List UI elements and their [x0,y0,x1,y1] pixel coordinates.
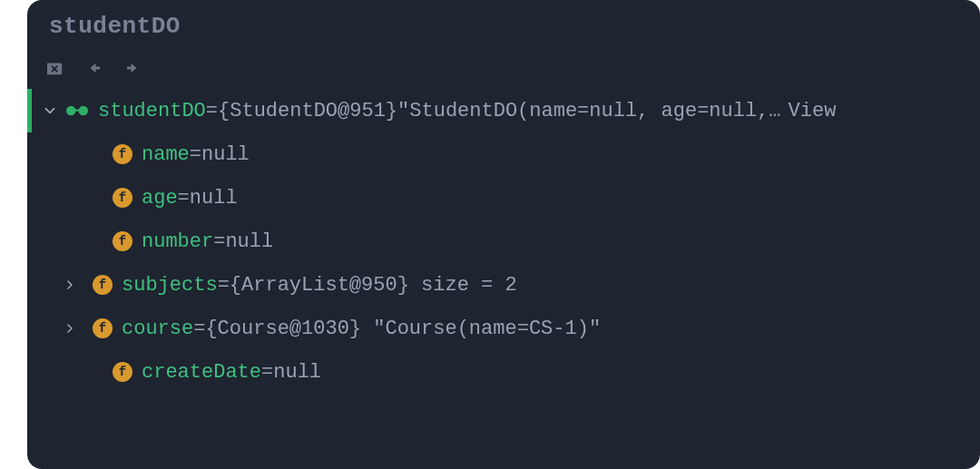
field-name: number [142,230,213,253]
debug-variables-panel: studentDO [27,0,980,469]
field-value: null [225,230,273,253]
field-name: name [142,143,190,166]
field-value: null [190,187,238,210]
panel-title: studentDO [49,13,181,40]
tree-field-row[interactable]: f course = {Course@1030} "Course(name=CS… [27,307,980,350]
tree-field-row[interactable]: f age = null [27,176,980,220]
field-icon: f [113,231,132,251]
root-object-ref: {StudentDO@951} [218,100,397,122]
tree-field-row[interactable]: f number = null [27,220,980,263]
field-name: course [122,318,193,340]
root-var-name: studentDO [98,100,206,122]
close-icon[interactable] [45,60,65,76]
chevron-right-icon[interactable] [60,278,80,291]
tree-field-row[interactable]: f createDate = null [27,350,980,394]
field-icon: f [113,362,132,382]
field-name: subjects [122,274,218,297]
debug-toolbar [27,45,980,89]
view-link[interactable]: View [789,100,837,122]
chevron-right-icon[interactable] [60,322,80,335]
field-icon: f [113,144,132,164]
svg-point-1 [79,106,89,116]
chevron-down-icon[interactable] [40,104,60,117]
field-icon: f [113,188,132,208]
tree-field-row[interactable]: f name = null [27,132,980,176]
tree-field-row[interactable]: f subjects = {ArrayList@950} size = 2 [27,263,980,307]
field-value: {ArrayList@950} size = 2 [230,274,517,297]
svg-rect-2 [75,110,80,112]
field-name: age [142,187,178,210]
back-arrow-icon[interactable] [85,60,103,76]
forward-arrow-icon[interactable] [123,60,142,76]
field-name: createDate [142,361,261,384]
field-icon: f [93,275,113,295]
field-value: null [273,361,321,384]
field-value: null [201,143,250,166]
root-tostring: "StudentDO(name=null, age=null,… [397,100,780,122]
field-value: {Course@1030} "Course(name=CS-1)" [205,318,601,340]
glasses-icon [64,103,91,119]
svg-point-0 [66,106,76,116]
panel-title-bar: studentDO [27,0,980,45]
variables-tree: studentDO = {StudentDO@951} "StudentDO(n… [27,89,980,394]
eq-op: = [206,100,218,122]
tree-root-row[interactable]: studentDO = {StudentDO@951} "StudentDO(n… [27,89,980,132]
field-icon: f [93,318,113,338]
